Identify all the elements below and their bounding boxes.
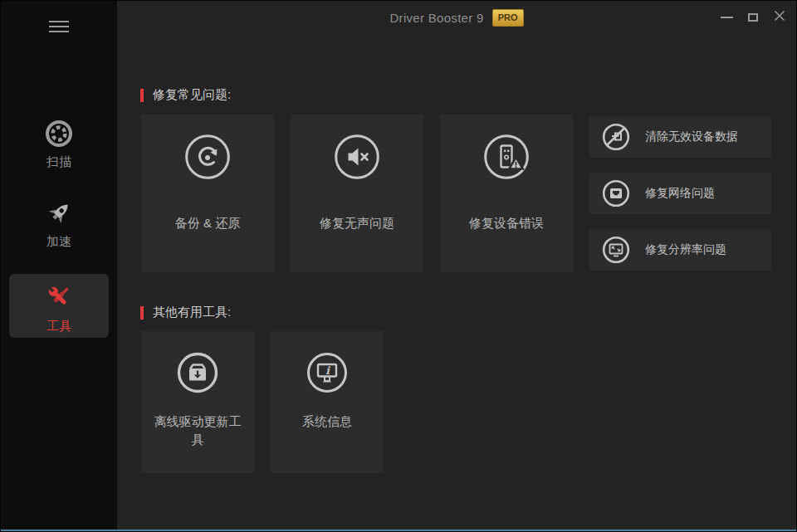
- svg-text:i: i: [325, 364, 330, 377]
- minimize-icon: [721, 17, 733, 18]
- muted-speaker-icon: [333, 133, 381, 184]
- sidebar-item-boost[interactable]: 加速: [1, 198, 117, 250]
- card-system-info[interactable]: i 系统信息: [271, 331, 384, 473]
- sidebar-item-label: 工具: [46, 319, 71, 333]
- window-bottom-accent: [1, 530, 796, 531]
- sidebar-item-label: 加速: [46, 234, 71, 248]
- titlebar: Driver Booster 9 PRO: [117, 1, 796, 34]
- maximize-button[interactable]: [740, 1, 766, 34]
- card-label: 系统信息: [271, 412, 384, 431]
- card-label: 离线驱动更新工具: [141, 412, 254, 449]
- scan-wheel-icon: [1, 119, 117, 151]
- section-header-fix: 修复常见问题:: [140, 87, 231, 103]
- card-fix-sound[interactable]: 修复无声问题: [291, 115, 423, 272]
- card-label: 备份 & 还原: [141, 214, 274, 232]
- restore-arrow-icon: [183, 133, 232, 184]
- card-fix-device[interactable]: 修复设备错误: [440, 115, 573, 272]
- package-download-icon: [176, 351, 219, 398]
- section-marker: [140, 89, 144, 102]
- sidebar-item-scan[interactable]: 扫描: [1, 119, 117, 170]
- button-label: 修复分辨率问题: [645, 242, 726, 257]
- button-clear-device-data[interactable]: 清除无效设备数据: [589, 116, 771, 158]
- close-button[interactable]: [766, 1, 793, 34]
- button-fix-resolution[interactable]: 修复分辨率问题: [589, 229, 771, 271]
- button-label: 修复网络问题: [645, 186, 715, 201]
- wrench-screwdriver-icon: [9, 281, 109, 315]
- card-offline-driver-tool[interactable]: 离线驱动更新工具: [141, 331, 254, 473]
- app-window: 扫描 加速: [0, 0, 797, 532]
- rocket-icon: [1, 198, 117, 231]
- window-controls: [713, 1, 793, 34]
- ethernet-port-icon: [601, 178, 631, 208]
- section-header-tools: 其他有用工具:: [140, 305, 231, 320]
- hamburger-icon: [49, 21, 69, 32]
- monitor-info-icon: i: [306, 351, 349, 398]
- menu-button[interactable]: [49, 21, 69, 32]
- section-marker: [140, 306, 144, 320]
- maximize-icon: [748, 13, 758, 22]
- pro-badge: PRO: [492, 9, 524, 27]
- card-label: 修复设备错误: [440, 214, 573, 232]
- sidebar-item-label: 扫描: [46, 154, 71, 168]
- section-title: 修复常见问题:: [153, 87, 231, 103]
- card-label: 修复无声问题: [291, 214, 423, 232]
- device-warning-icon: [482, 133, 531, 184]
- sidebar: 扫描 加速: [1, 1, 117, 531]
- app-title: Driver Booster 9: [389, 11, 483, 25]
- button-label: 清除无效设备数据: [645, 129, 738, 144]
- unplugged-device-icon: [601, 122, 631, 152]
- monitor-resize-icon: [601, 235, 631, 265]
- sidebar-item-tools[interactable]: 工具: [9, 274, 109, 338]
- button-fix-network[interactable]: 修复网络问题: [589, 173, 771, 214]
- minimize-button[interactable]: [713, 1, 740, 34]
- card-backup-restore[interactable]: 备份 & 还原: [141, 115, 274, 272]
- section-title: 其他有用工具:: [153, 305, 231, 320]
- close-icon: [773, 9, 786, 26]
